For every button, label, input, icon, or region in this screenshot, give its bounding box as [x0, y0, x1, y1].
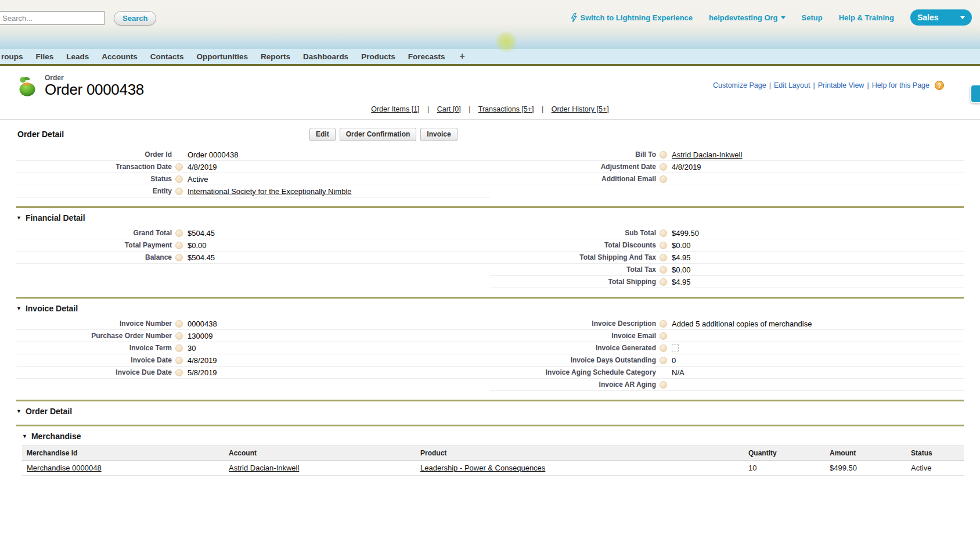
- help-bubble-icon[interactable]: [175, 369, 183, 376]
- financial-detail-heading: Financial Detail: [26, 213, 85, 222]
- help-bubble-icon[interactable]: [175, 229, 183, 237]
- tab-leads[interactable]: Leads: [60, 52, 95, 61]
- org-menu[interactable]: helpdevtesting Org: [709, 13, 785, 22]
- invoice-button[interactable]: Invoice: [420, 128, 457, 141]
- help-bubble-icon[interactable]: [660, 278, 667, 286]
- order-confirmation-button[interactable]: Order Confirmation: [340, 128, 417, 141]
- chevron-down-icon: [960, 16, 965, 19]
- tab-files[interactable]: Files: [30, 52, 60, 61]
- help-for-page-link[interactable]: Help for this Page: [872, 81, 929, 89]
- field-additional-email: Additional Email: [490, 173, 964, 185]
- shortcut-order-items[interactable]: Order Items [1]: [371, 105, 419, 113]
- app-menu-button[interactable]: Sales: [910, 9, 972, 26]
- help-bubble-icon[interactable]: [660, 254, 667, 261]
- field-bill-to: Bill To Astrid Dacian-Inkwell: [490, 149, 964, 161]
- merchandise-heading: Merchandise: [31, 432, 81, 441]
- tab-accounts[interactable]: Accounts: [95, 52, 144, 61]
- masthead: Search Switch to Lightning Experience he…: [0, 0, 980, 49]
- tab-dashboards[interactable]: Dashboards: [297, 52, 355, 61]
- field-order-id: Order Id Order 0000438: [16, 149, 490, 161]
- collapse-triangle-icon[interactable]: ▼: [22, 434, 27, 439]
- collapse-triangle-icon[interactable]: ▼: [16, 216, 21, 221]
- setup-link[interactable]: Setup: [802, 13, 823, 22]
- tab-products[interactable]: Products: [355, 52, 402, 61]
- help-bubble-icon[interactable]: [175, 320, 183, 328]
- help-bubble-icon[interactable]: [660, 242, 667, 249]
- field-purchase-order-number: Purchase Order Number 130009: [16, 330, 490, 342]
- field-invoice-days-outstanding: Invoice Days Outstanding 0: [490, 354, 964, 367]
- field-grand-total: Grand Total $504.45: [16, 227, 490, 239]
- field-invoice-ar-aging: Invoice AR Aging: [490, 379, 964, 391]
- help-bubble-icon[interactable]: [175, 188, 183, 195]
- column-quantity: Quantity: [744, 446, 825, 461]
- merchandise-header-row: Merchandise Id Account Product Quantity …: [22, 446, 964, 461]
- order-fields: Order Id Order 0000438 Transaction Date …: [16, 149, 964, 198]
- edit-layout-link[interactable]: Edit Layout: [774, 81, 810, 89]
- help-bubble-icon[interactable]: [660, 163, 667, 171]
- printable-view-link[interactable]: Printable View: [818, 81, 864, 89]
- tab-reports[interactable]: Reports: [254, 52, 297, 61]
- entity-link[interactable]: International Society for the Exceptiona…: [188, 187, 352, 196]
- page-title: Order 0000438: [45, 82, 144, 98]
- order-detail-section-heading: Order Detail: [26, 407, 72, 416]
- tab-contacts[interactable]: Contacts: [144, 52, 190, 61]
- help-question-icon[interactable]: ?: [935, 81, 944, 90]
- invoice-fields: Invoice Number 0000438 Purchase Order Nu…: [16, 318, 964, 391]
- bill-to-link[interactable]: Astrid Dacian-Inkwell: [672, 150, 742, 159]
- field-total-tax: Total Tax $0.00: [490, 264, 964, 276]
- help-bubble-icon[interactable]: [660, 266, 667, 274]
- shortcut-transactions[interactable]: Transactions [5+]: [478, 105, 534, 113]
- switch-to-lightning-link[interactable]: Switch to Lightning Experience: [571, 13, 693, 23]
- help-bubble-icon[interactable]: [175, 357, 183, 364]
- help-bubble-icon[interactable]: [660, 320, 667, 328]
- tab-groups[interactable]: roups: [0, 52, 30, 61]
- account-link[interactable]: Astrid Dacian-Inkwell: [229, 464, 299, 472]
- column-account: Account: [224, 446, 416, 461]
- help-bubble-icon[interactable]: [175, 332, 183, 340]
- help-bubble-icon[interactable]: [660, 151, 667, 159]
- help-bubble-icon[interactable]: [660, 357, 667, 364]
- section-divider: [16, 206, 964, 208]
- field-total-payment: Total Payment $0.00: [16, 239, 490, 252]
- search-button[interactable]: Search: [114, 11, 156, 26]
- collapse-triangle-icon[interactable]: ▼: [16, 306, 21, 311]
- column-amount: Amount: [825, 446, 906, 461]
- help-bubble-icon[interactable]: [175, 163, 183, 171]
- quantity-cell: 10: [744, 461, 825, 476]
- add-tab-button[interactable]: +: [451, 51, 473, 62]
- help-bubble-icon[interactable]: [175, 242, 183, 249]
- shortcut-cart[interactable]: Cart [0]: [437, 105, 461, 113]
- help-bubble-icon[interactable]: [175, 175, 183, 183]
- help-bubble-icon[interactable]: [175, 254, 183, 261]
- help-bubble-icon[interactable]: [660, 344, 667, 352]
- field-invoice-aging-schedule-category: Invoice Aging Schedule Category N/A: [490, 367, 964, 379]
- help-bubble-icon[interactable]: [175, 344, 183, 352]
- financial-fields: Grand Total $504.45 Total Payment $0.00 …: [16, 227, 964, 288]
- field-invoice-date: Invoice Date 4/8/2019: [16, 354, 490, 367]
- search-input[interactable]: [0, 11, 105, 25]
- tab-bar: roups Files Leads Accounts Contacts Oppo…: [0, 49, 980, 66]
- field-invoice-description: Invoice Description Added 5 additional c…: [490, 318, 964, 330]
- field-total-shipping: Total Shipping $4.95: [490, 276, 964, 288]
- field-total-discounts: Total Discounts $0.00: [490, 239, 964, 252]
- detail-buttons: Edit Order Confirmation Invoice: [309, 128, 457, 141]
- product-link[interactable]: Leadership - Power & Consequences: [420, 464, 545, 472]
- order-icon: [16, 74, 38, 97]
- merchandise-id-link[interactable]: Merchandise 0000048: [27, 464, 102, 472]
- shortcut-order-history[interactable]: Order History [5+]: [552, 105, 609, 113]
- field-invoice-number: Invoice Number 0000438: [16, 318, 490, 330]
- edit-button[interactable]: Edit: [309, 128, 336, 141]
- feedback-side-tab[interactable]: [970, 84, 980, 103]
- help-bubble-icon[interactable]: [660, 332, 667, 340]
- help-bubble-icon[interactable]: [660, 381, 667, 389]
- field-invoice-email: Invoice Email: [490, 330, 964, 342]
- tab-opportunities[interactable]: Opportunities: [190, 52, 255, 61]
- help-training-link[interactable]: Help & Training: [839, 13, 894, 22]
- help-bubble-icon[interactable]: [660, 229, 667, 237]
- help-bubble-icon[interactable]: [660, 175, 667, 183]
- collapse-triangle-icon[interactable]: ▼: [16, 409, 21, 414]
- field-balance: Balance $504.45: [16, 252, 490, 264]
- tab-forecasts[interactable]: Forecasts: [402, 52, 452, 61]
- section-divider: [16, 425, 964, 426]
- customize-page-link[interactable]: Customize Page: [713, 81, 766, 89]
